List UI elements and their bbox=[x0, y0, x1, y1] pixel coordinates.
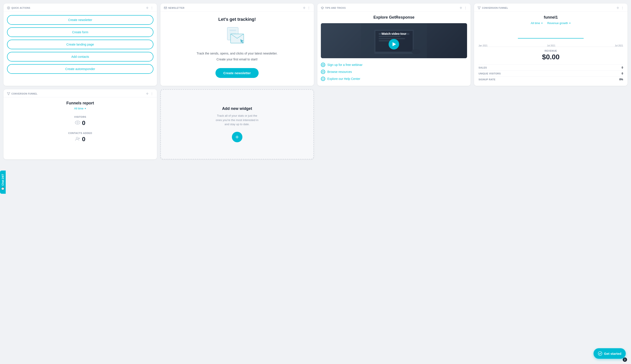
tips-header-right: ✛ ⋮ bbox=[460, 6, 467, 10]
funnel-header-right: ✛ ⋮ bbox=[616, 6, 624, 10]
funnels-report-title: Funnels report bbox=[8, 101, 152, 106]
chart-labels: Jan 2021 Jul 2021 Jul 2021 bbox=[479, 44, 623, 47]
funnel-header-left: CONVERSION FUNNEL bbox=[478, 6, 508, 10]
contacts-added-row: 0 bbox=[8, 136, 152, 143]
svg-point-32 bbox=[77, 122, 78, 123]
svg-point-33 bbox=[76, 137, 78, 139]
svg-point-21 bbox=[322, 64, 324, 66]
funnels-report-more-icon[interactable]: ⋮ bbox=[150, 92, 153, 96]
funnel-title: funnel1 bbox=[479, 15, 623, 20]
create-autoresponder-button[interactable]: Create autoresponder bbox=[7, 64, 153, 74]
svg-point-31 bbox=[75, 121, 80, 124]
newsletter-svg-icon bbox=[224, 26, 250, 46]
resources-icon bbox=[321, 70, 325, 74]
sales-value: 0 bbox=[621, 66, 623, 69]
envelope-icon bbox=[164, 6, 167, 10]
create-newsletter-button[interactable]: Create newsletter bbox=[7, 15, 153, 25]
svg-point-27 bbox=[323, 79, 323, 80]
funnel-header-label: CONVERSION FUNNEL bbox=[482, 7, 508, 9]
newsletter-header-right: ✛ ⋮ bbox=[303, 6, 310, 10]
tips-links: Sign up for a free webinar Browse resour… bbox=[321, 62, 467, 81]
funnel-body: funnel1 All time Revenue growth Jan 2021… bbox=[474, 12, 627, 86]
create-form-button[interactable]: Create form bbox=[7, 27, 153, 37]
graduation-cap-icon bbox=[321, 6, 324, 10]
chart-area: Jan 2021 Jul 2021 Jul 2021 bbox=[479, 27, 623, 45]
newsletter-move-icon[interactable]: ✛ bbox=[303, 6, 306, 10]
tips-move-icon[interactable]: ✛ bbox=[460, 6, 462, 10]
move-icon[interactable]: ✛ bbox=[146, 6, 149, 10]
tips-link-help[interactable]: Explore our Help Center bbox=[321, 76, 467, 81]
funnels-report-funnel-icon bbox=[7, 92, 10, 95]
add-widget-body: Add new widget Track all of your stats o… bbox=[208, 94, 266, 155]
funnel-more-icon[interactable]: ⋮ bbox=[621, 6, 624, 10]
revenue-label: REVENUE bbox=[479, 50, 623, 52]
create-landing-page-button[interactable]: Create landing page bbox=[7, 40, 153, 49]
add-contact-icon bbox=[75, 136, 80, 142]
video-thumbnail[interactable]: Watch video tour bbox=[321, 23, 467, 58]
visitors-metric-label: VISITORS bbox=[8, 116, 152, 118]
funnels-report-all-time-filter[interactable]: All time bbox=[74, 107, 86, 110]
funnels-report-body: Funnels report All time VISITORS 0 bbox=[4, 98, 157, 152]
visitors-metric-row: 0 bbox=[8, 120, 152, 126]
contacts-added-value: 0 bbox=[82, 136, 86, 143]
svg-point-19 bbox=[411, 49, 420, 54]
svg-rect-23 bbox=[322, 71, 324, 73]
newsletter-desc: Track the sends, opens, and clicks of yo… bbox=[196, 51, 278, 56]
revenue-section: REVENUE $0.00 bbox=[479, 50, 623, 61]
add-contacts-button[interactable]: Add contacts bbox=[7, 52, 153, 62]
newsletter-subdesc: Create your first email to start! bbox=[217, 58, 258, 61]
svg-marker-30 bbox=[7, 92, 10, 95]
add-widget-desc: Track all of your stats or just the ones… bbox=[215, 114, 259, 126]
resources-link-text: Browse resources bbox=[327, 70, 352, 74]
tips-header: TIPS AND TRICKS ✛ ⋮ bbox=[317, 4, 471, 12]
add-widget-title: Add new widget bbox=[222, 106, 252, 111]
tips-link-webinar[interactable]: Sign up for a free webinar bbox=[321, 62, 467, 67]
create-newsletter-cta-button[interactable]: Create newsletter bbox=[216, 68, 259, 78]
quick-actions-header: QUICK ACTIONS ✛ ⋮ bbox=[4, 4, 157, 12]
stats-row-visitors: UNIQUE VISITORS 0 bbox=[479, 70, 623, 76]
stats-row-signup: SIGNUP RATE 0% bbox=[479, 76, 623, 82]
svg-rect-16 bbox=[378, 36, 400, 37]
add-widget-card: Add new widget Track all of your stats o… bbox=[160, 89, 314, 159]
chart-label-jan: Jan 2021 bbox=[479, 44, 487, 47]
svg-point-22 bbox=[323, 64, 323, 65]
video-overlay-text: Watch video tour bbox=[382, 32, 406, 36]
chat-widget[interactable]: 💬 Chat 24/7 bbox=[0, 170, 6, 194]
conversion-funnel-widget: CONVERSION FUNNEL ✛ ⋮ funnel1 All time R… bbox=[474, 4, 627, 86]
svg-marker-28 bbox=[478, 7, 480, 9]
contacts-added-label: CONTACTS ADDED bbox=[8, 132, 152, 134]
get-started-label: Get started bbox=[604, 352, 621, 356]
funnel-header: CONVERSION FUNNEL ✛ ⋮ bbox=[474, 4, 627, 12]
funnel-revenue-filter[interactable]: Revenue growth bbox=[547, 22, 571, 25]
newsletter-illustration bbox=[224, 26, 250, 47]
get-started-button[interactable]: Get started bbox=[593, 348, 626, 359]
chat-label: Chat 24/7 bbox=[1, 174, 5, 186]
tips-header-left: TIPS AND TRICKS bbox=[321, 6, 346, 10]
tips-label: TIPS AND TRICKS bbox=[325, 7, 346, 9]
tips-body: Explore GetResponse Watch video tour bbox=[317, 12, 471, 84]
get-started-badge: 2 bbox=[623, 358, 627, 362]
add-widget-button[interactable]: + bbox=[232, 132, 242, 142]
webinar-link-text: Sign up for a free webinar bbox=[327, 63, 362, 66]
webinar-icon bbox=[321, 62, 325, 67]
visitors-metric-value: 0 bbox=[82, 120, 86, 126]
visitors-metric: VISITORS 0 bbox=[8, 116, 152, 126]
more-icon[interactable]: ⋮ bbox=[150, 6, 153, 10]
newsletter-widget: NEWSLETTER ✛ ⋮ Let's get tracking! bbox=[160, 4, 314, 86]
funnel-move-icon[interactable]: ✛ bbox=[616, 6, 619, 10]
newsletter-title: Let's get tracking! bbox=[218, 17, 256, 22]
tips-more-icon[interactable]: ⋮ bbox=[464, 6, 467, 10]
stats-table: SALES 0 UNIQUE VISITORS 0 SIGNUP RATE 0% bbox=[479, 64, 623, 82]
sales-label: SALES bbox=[479, 66, 487, 69]
tips-tricks-widget: TIPS AND TRICKS ✛ ⋮ Explore GetResponse bbox=[317, 4, 471, 86]
svg-rect-17 bbox=[378, 38, 405, 39]
contacts-added-metric: CONTACTS ADDED 0 bbox=[8, 132, 152, 143]
chart-label-jul2: Jul 2021 bbox=[615, 44, 623, 47]
funnel-all-time-filter[interactable]: All time bbox=[531, 22, 543, 25]
newsletter-more-icon[interactable]: ⋮ bbox=[307, 6, 310, 10]
funnel-chart bbox=[479, 27, 623, 43]
funnels-report-filter: All time bbox=[8, 106, 152, 110]
tips-link-resources[interactable]: Browse resources bbox=[321, 70, 467, 74]
visitors-value: 0 bbox=[621, 72, 623, 75]
funnels-report-move-icon[interactable]: ✛ bbox=[146, 92, 149, 96]
